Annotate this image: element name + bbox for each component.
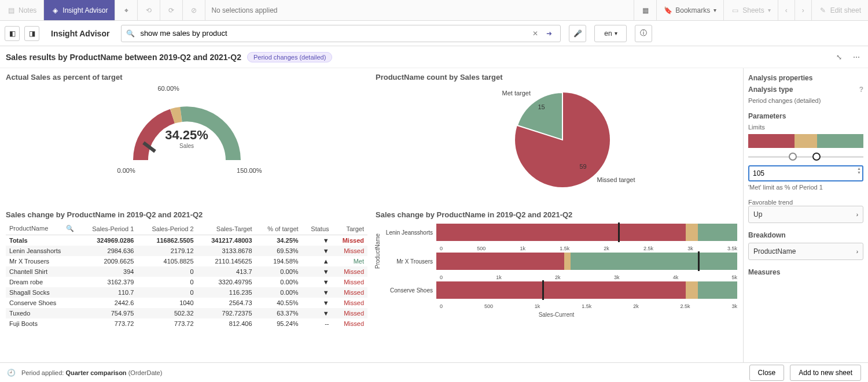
search-input[interactable]: [140, 29, 528, 38]
period-applied-text: Period applied: Quarter comparison (Orde…: [21, 369, 162, 376]
right-panel-toggle[interactable]: ◨: [24, 26, 39, 41]
chevron-right-icon: ›: [802, 6, 804, 14]
pencil-icon: ✎: [819, 6, 827, 14]
table-row[interactable]: Shagall Socks110.70116.2350.00%▼Missed: [6, 287, 367, 298]
insight-label: Insight Advisor: [62, 6, 108, 14]
insight-advisor-tab[interactable]: ◈ Insight Advisor: [44, 0, 115, 20]
table-row[interactable]: Lenin Jeansshorts2984.6362179.123133.867…: [6, 246, 367, 256]
notes-tab: ▤ Notes: [0, 0, 44, 20]
trend-value: Up: [753, 210, 762, 218]
table-header[interactable]: Sales-Period 1: [78, 222, 137, 235]
bar-axis: 05001k1.5k2k2.5k3k3.5k: [440, 246, 737, 251]
step-forward-button: ⟳: [160, 0, 183, 20]
bar-period1: [436, 281, 686, 299]
bar-label: Lenin Jeansshorts: [376, 229, 436, 236]
language-select[interactable]: en ▾: [594, 25, 627, 42]
bar-period1: [436, 224, 686, 241]
bookmarks-button[interactable]: 🔖 Bookmarks ▾: [656, 0, 723, 20]
table-row[interactable]: Totals324969.0286116862.5505341217.48003…: [6, 235, 367, 246]
bar-tan: [686, 281, 698, 299]
table-row[interactable]: Dream robe3162.37903320.497950.00%▼Misse…: [6, 277, 367, 287]
bar-row: Mr X Trousers: [376, 251, 737, 271]
chevron-down-icon: ▾: [768, 7, 771, 13]
table-header[interactable]: ProductName🔍: [6, 222, 78, 235]
mic-button[interactable]: 🎤: [569, 25, 586, 42]
more-button[interactable]: ⋯: [851, 51, 862, 63]
favorable-trend-select[interactable]: Up ›: [748, 206, 863, 223]
chevron-down-icon: ▾: [713, 7, 716, 13]
submit-arrow-icon[interactable]: ➜: [546, 29, 556, 38]
limits-label: Limits: [748, 124, 863, 131]
gauge-title: Actual Sales as percent of target: [6, 73, 367, 81]
bar-target-mark: [542, 280, 544, 300]
limit-input[interactable]: [748, 165, 863, 181]
table-row[interactable]: Conserve Shoes2442.610402564.7340.55%▼Mi…: [6, 298, 367, 308]
note-icon: ▤: [7, 6, 15, 14]
table-row[interactable]: Fuji Boots773.72773.72812.40695.24%--Mis…: [6, 318, 367, 329]
table-title: Sales change by ProductName in 2019-Q2 a…: [6, 210, 367, 219]
bar-green: [698, 224, 737, 241]
table-header[interactable]: Target: [333, 222, 367, 235]
gauge-min-label: 0.00%: [117, 167, 135, 174]
bar-label: Mr X Trousers: [376, 258, 436, 265]
chevron-right-icon: ›: [856, 212, 858, 218]
gauge-value: 34.25%: [112, 128, 262, 143]
bar-tan: [686, 224, 698, 241]
breakdown-select[interactable]: ProductName ›: [748, 243, 863, 260]
table-header[interactable]: Status: [302, 222, 333, 235]
more-icon: ⋯: [853, 53, 860, 61]
step-back-button: ⟲: [138, 0, 160, 20]
grid-button[interactable]: ▦: [634, 0, 656, 20]
panel-left-icon: ◧: [9, 29, 16, 38]
help-icon[interactable]: ?: [859, 86, 863, 94]
table-header[interactable]: % of target: [256, 222, 302, 235]
step-back-icon: ⟲: [145, 6, 153, 14]
search-wrapper[interactable]: 🔍 ✕ ➜: [121, 25, 561, 42]
table-header[interactable]: Sales-Target: [197, 222, 256, 235]
barchart-card: Sales change by ProductName in 2019-Q2 a…: [376, 210, 737, 362]
parameters-heading: Parameters: [748, 112, 863, 120]
page-title: Insight Advisor: [44, 29, 116, 38]
breakdown-heading: Breakdown: [748, 231, 863, 239]
bookmark-icon: 🔖: [664, 6, 672, 14]
pie-met-label: Met target: [502, 90, 531, 97]
collapse-button[interactable]: ⤡: [833, 51, 845, 63]
bookmarks-label: Bookmarks: [675, 6, 710, 14]
barchart-title: Sales change by ProductName in 2019-Q2 a…: [376, 210, 737, 219]
spin-up-icon[interactable]: ▲: [857, 166, 861, 170]
analysis-title: Sales results by ProductName between 201…: [6, 53, 241, 62]
step-forward-icon: ⟳: [167, 6, 175, 14]
edit-sheet-button: ✎ Edit sheet: [811, 0, 868, 20]
table-row[interactable]: Chantell Shirt3940413.70.00%▼Missed: [6, 266, 367, 277]
props-heading: Analysis properties: [748, 74, 863, 82]
sheets-button: ▭ Sheets ▾: [723, 0, 777, 20]
limits-slider[interactable]: [748, 151, 863, 163]
search-icon[interactable]: 🔍: [66, 225, 74, 232]
chevron-down-icon: ▾: [615, 30, 617, 36]
table-row[interactable]: Tuxedo754.975502.32792.7237563.37%▼Misse…: [6, 308, 367, 318]
pie-title: ProductName count by Sales target: [376, 73, 737, 81]
sheets-icon: ▭: [731, 6, 739, 14]
clear-input-icon[interactable]: ✕: [532, 29, 542, 38]
chevron-left-icon: ‹: [785, 6, 788, 14]
table-header[interactable]: Sales-Period 2: [137, 222, 197, 235]
smart-search-button[interactable]: ⌖: [115, 0, 138, 20]
add-to-sheet-button[interactable]: Add to new sheet: [790, 365, 861, 381]
gauge-card: Actual Sales as percent of target 60.00%…: [6, 73, 367, 206]
close-button[interactable]: Close: [749, 365, 785, 381]
bar-green: [698, 281, 737, 299]
clock-icon: 🕘: [7, 369, 16, 377]
insight-icon: ◈: [51, 6, 59, 14]
limit-caption: 'Met' limit as % of Period 1: [748, 184, 863, 191]
spin-down-icon[interactable]: ▼: [857, 170, 861, 175]
pie-missed-label: Missed target: [597, 176, 635, 183]
pie-met-count: 15: [538, 103, 545, 110]
left-panel-toggle[interactable]: ◧: [5, 26, 20, 41]
mic-icon: 🎤: [573, 29, 582, 38]
bar-green: [571, 253, 737, 270]
sales-table: ProductName🔍Sales-Period 1Sales-Period 2…: [6, 222, 367, 329]
prev-sheet-button: ‹: [778, 0, 795, 20]
table-row[interactable]: Mr X Trousers2009.66254105.88252110.1456…: [6, 256, 367, 266]
info-button[interactable]: ⓘ: [635, 25, 652, 42]
search-icon: 🔍: [126, 29, 135, 38]
